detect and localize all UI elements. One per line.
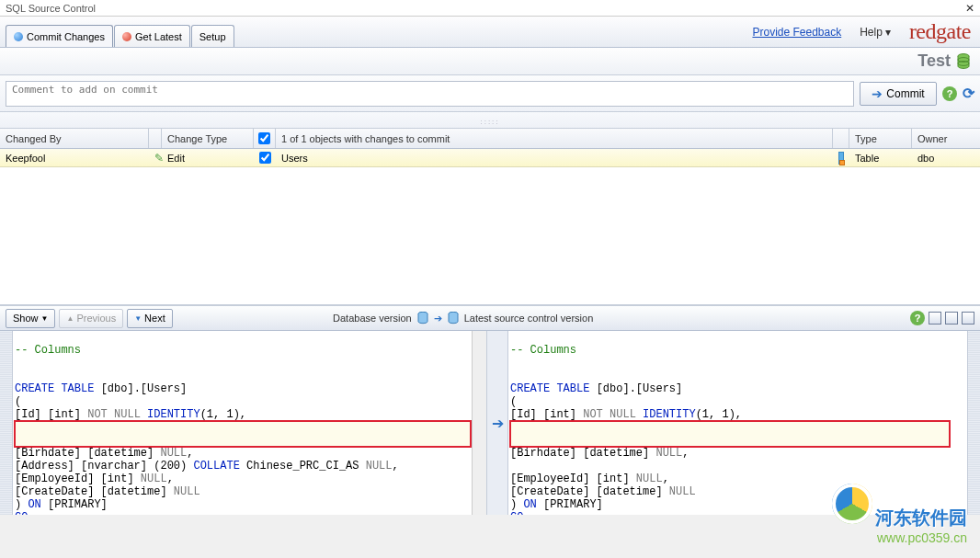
tab-label: Commit Changes [27,31,105,42]
col-summary[interactable]: 1 of 1 objects with changes to commit [276,129,833,148]
table-row[interactable]: Keepfool ✎ Edit Users Table dbo [0,149,980,167]
previous-button[interactable]: ▲Previous [59,309,123,328]
cell-type: Table [849,149,912,166]
diff-panes: -- Columns CREATE TABLE [dbo].[Users] ( … [0,331,980,515]
refresh-icon[interactable]: ⟳ [963,85,974,102]
right-code-pane[interactable]: -- Columns CREATE TABLE [dbo].[Users] ( … [508,331,967,515]
sub-header: Test [0,48,980,75]
header-row: Commit Changes Get Latest Setup Provide … [0,17,980,48]
diff-version-label: Database version ➔ Latest source control… [333,312,593,325]
commit-row: ➔ Commit ? ⟳ [0,75,980,112]
cell-owner: dbo [912,149,980,166]
help-menu[interactable]: Help ▾ [860,26,891,39]
col-change-type[interactable]: Change Type [162,129,254,148]
commit-button-label: Commit [886,87,924,100]
red-dot-icon [122,32,131,41]
col-changed-by[interactable]: Changed By [0,129,149,148]
diff-toolbar: Show▼ ▲Previous ▼Next Database version ➔… [0,305,980,331]
layout-toggle-3[interactable] [962,312,974,325]
tab-label: Get Latest [135,31,182,42]
database-icon [956,53,971,70]
left-gutter[interactable] [0,331,13,515]
left-scrollbar[interactable] [472,331,486,515]
select-all-checkbox[interactable] [258,132,270,144]
row-checkbox[interactable] [259,152,271,164]
tab-setup[interactable]: Setup [191,25,234,47]
header-right: Provide Feedback Help ▾ redgate [752,19,980,44]
cell-change-type: Edit [162,149,254,166]
commit-comment-input[interactable] [6,81,854,107]
col-icon2[interactable] [833,129,849,148]
tab-label: Setup [199,31,226,42]
layout-toggle-2[interactable] [945,312,958,325]
arrow-right-icon: ➔ [872,86,883,101]
database-icon [417,312,428,325]
title-bar: SQL Source Control ✕ [0,0,980,17]
help-icon[interactable]: ? [942,86,957,101]
left-code-pane[interactable]: -- Columns CREATE TABLE [dbo].[Users] ( … [13,331,472,515]
next-button[interactable]: ▼Next [127,309,173,328]
diff-toolbar-right: ? [910,311,974,325]
splitter-top[interactable]: ::::: [0,112,980,129]
grid-body-empty [0,167,980,305]
cell-checkbox[interactable] [254,149,276,166]
tab-commit-changes[interactable]: Commit Changes [6,25,113,47]
tab-strip: Commit Changes Get Latest Setup [0,17,235,47]
chevron-down-icon: ▾ [885,26,891,39]
diff-highlight-right [509,420,951,448]
help-icon[interactable]: ? [910,311,925,325]
col-type[interactable]: Type [849,129,912,148]
tab-get-latest[interactable]: Get Latest [114,25,190,47]
blue-dot-icon [14,32,23,41]
provide-feedback-link[interactable]: Provide Feedback [752,26,841,39]
arrow-up-icon: ▲ [66,314,74,323]
diff-highlight-left [14,420,472,448]
watermark-text2: www.pc0359.cn [877,530,967,545]
cell-edit-icon: ✎ [149,149,162,166]
cell-object-name: Users [276,149,833,166]
cell-obj-icon [833,149,849,166]
close-icon[interactable]: ✕ [965,2,974,15]
diff-center-arrow: ➔ [486,331,508,515]
table-icon [838,152,844,165]
grid-header: Changed By Change Type 1 of 1 objects wi… [0,129,980,149]
brand-logo: redgate [909,19,971,44]
database-name: Test [917,51,951,71]
app-title: SQL Source Control [6,3,96,14]
show-button[interactable]: Show▼ [6,309,55,328]
right-gutter[interactable] [967,331,980,515]
cell-changed-by: Keepfool [0,149,149,166]
chevron-down-icon: ▼ [41,314,49,323]
commit-button[interactable]: ➔ Commit [860,82,937,106]
layout-toggle-1[interactable] [929,312,941,325]
arrow-down-icon: ▼ [134,314,142,323]
arrow-right-icon: ➔ [434,313,442,325]
col-owner[interactable]: Owner [912,129,980,148]
database-icon [448,312,459,325]
col-icon1[interactable] [149,129,162,148]
col-select-all[interactable] [254,129,276,148]
